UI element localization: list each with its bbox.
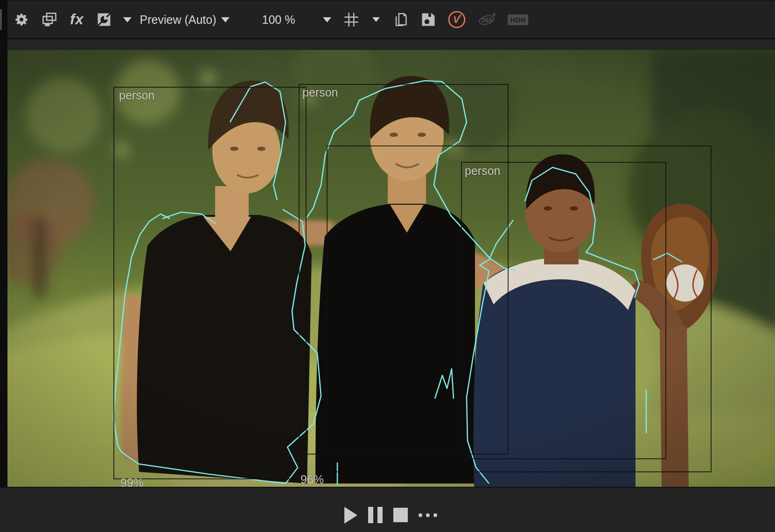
play-button[interactable] (344, 507, 357, 524)
save-icon (420, 11, 437, 28)
transport-bar (0, 487, 775, 532)
fx-icon: fx (70, 11, 84, 28)
stop-icon (393, 508, 408, 522)
pause-button[interactable] (368, 507, 383, 523)
copy-snapshot-button[interactable] (393, 11, 409, 28)
preview-quality-label: Preview (Auto) (140, 13, 216, 27)
v-badge-icon: V (447, 10, 467, 29)
video-360-button[interactable]: 360 (477, 10, 498, 29)
panel-edge (0, 0, 7, 532)
hdr-button[interactable]: HDR (508, 14, 528, 25)
ellipsis-icon (419, 513, 422, 517)
vegas-ai-button[interactable]: V (447, 10, 467, 29)
video-preview-window: fx Preview (Auto) 100 % (0, 0, 775, 532)
save-snapshot-button[interactable] (420, 11, 437, 28)
360-icon: 360 (477, 10, 498, 29)
person-1-right-side-mask-line (283, 209, 321, 484)
ellipsis-icon (433, 513, 437, 517)
zoom-level-label: 100 % (262, 13, 295, 27)
pause-icon (368, 507, 373, 523)
panel-grip[interactable] (0, 9, 2, 30)
stop-button[interactable] (393, 508, 408, 522)
split-screen-dropdown[interactable] (123, 17, 132, 22)
chevron-down-icon (372, 17, 380, 22)
layers-icon (41, 11, 58, 28)
ellipsis-icon (426, 513, 430, 517)
person-2-hand-on-shoulder-mask-line (162, 212, 216, 224)
hdr-icon: HDR (508, 14, 528, 25)
grid-overlay-button[interactable] (342, 11, 360, 28)
grid-icon (342, 11, 360, 28)
person-3-head-right-mask-line (525, 167, 639, 298)
person-3-zigzag-mask-line (435, 369, 454, 399)
zoom-level-value[interactable]: 100 % (262, 13, 295, 27)
chevron-down-icon (323, 17, 331, 22)
person-2-left-side-mask-line (307, 115, 353, 218)
mask-icon (96, 12, 112, 28)
person-1-body-mask-line (113, 214, 286, 484)
play-icon (344, 507, 357, 524)
person-2-head-right-mask-line (353, 81, 516, 270)
settings-button[interactable] (14, 12, 29, 27)
pause-icon (377, 507, 383, 523)
person-1-head-mask-line (230, 82, 286, 200)
viewer-top-gap (7, 39, 775, 50)
video-output-button[interactable] (41, 11, 58, 28)
person-3-left-side-mask-line (467, 220, 513, 484)
glove-top-stroke-mask-line (653, 253, 682, 262)
svg-text:V: V (454, 14, 461, 25)
zoom-level-dropdown[interactable] (323, 17, 331, 22)
video-preview-canvas: person99%person96%person (7, 50, 775, 487)
video-fx-button[interactable]: fx (70, 11, 84, 28)
svg-text:360: 360 (482, 16, 493, 24)
copy-icon (393, 11, 409, 28)
bypass-fx-button[interactable] (96, 12, 112, 28)
more-options-button[interactable] (419, 513, 437, 517)
gear-icon (14, 12, 29, 27)
chevron-down-icon (123, 17, 132, 22)
preview-toolbar: fx Preview (Auto) 100 % (7, 0, 775, 38)
grid-overlay-dropdown[interactable] (372, 17, 380, 22)
preview-quality-dropdown[interactable]: Preview (Auto) (140, 13, 230, 27)
segmentation-overlay (7, 50, 775, 487)
chevron-down-icon (221, 17, 230, 22)
